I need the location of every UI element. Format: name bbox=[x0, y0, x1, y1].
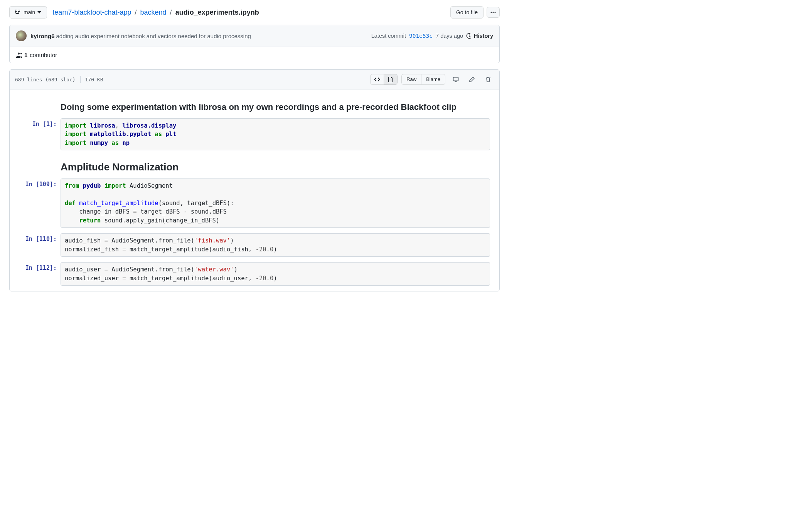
nb-heading: Doing some experimentation with librosa … bbox=[61, 102, 490, 113]
trash-icon bbox=[485, 76, 491, 82]
commit-message[interactable]: adding audio experiment notebook and vec… bbox=[56, 33, 251, 39]
file-info: 689 lines (689 sloc) 170 KB bbox=[15, 76, 103, 83]
commit-author[interactable]: kyirong6 bbox=[30, 33, 55, 39]
raw-button[interactable]: Raw bbox=[401, 74, 421, 85]
pencil-icon bbox=[469, 76, 475, 82]
code-icon bbox=[374, 76, 380, 82]
commit-when: 7 days ago bbox=[436, 33, 463, 39]
edit-button[interactable] bbox=[466, 74, 478, 85]
svg-rect-3 bbox=[453, 77, 458, 81]
desktop-icon bbox=[453, 76, 459, 82]
commit-bar: kyirong6 adding audio experiment noteboo… bbox=[10, 25, 499, 47]
branch-select-button[interactable]: main bbox=[9, 6, 47, 19]
contributors-row[interactable]: 1 contributor bbox=[10, 47, 499, 63]
file-lines: 689 lines (689 sloc) bbox=[15, 77, 76, 82]
nb-cell: In [109]: from pydub import AudioSegment… bbox=[19, 178, 490, 228]
people-icon bbox=[16, 52, 22, 58]
nb-prompt: In [1]: bbox=[19, 118, 61, 128]
nb-cell: In [112]: audio_user = AudioSegment.from… bbox=[19, 262, 490, 286]
svg-point-1 bbox=[493, 12, 494, 13]
desktop-open-button[interactable] bbox=[450, 74, 462, 85]
file-size: 170 KB bbox=[85, 77, 103, 82]
contributors-label: contributor bbox=[30, 52, 57, 58]
git-branch-icon bbox=[15, 9, 21, 15]
nb-code: from pydub import AudioSegment def match… bbox=[61, 178, 490, 228]
file-box: 689 lines (689 sloc) 170 KB Raw Blame bbox=[9, 69, 500, 291]
history-link[interactable]: History bbox=[466, 33, 493, 39]
commit-prefix: Latest commit bbox=[371, 33, 406, 39]
commit-box: kyirong6 adding audio experiment noteboo… bbox=[9, 25, 500, 63]
nb-code: audio_user = AudioSegment.from_file('wat… bbox=[61, 262, 490, 286]
avatar[interactable] bbox=[16, 30, 27, 41]
delete-button[interactable] bbox=[482, 74, 494, 85]
source-view-button[interactable] bbox=[370, 74, 384, 85]
kebab-icon bbox=[490, 9, 496, 15]
breadcrumb: team7-blackfoot-chat-app / backend / aud… bbox=[52, 8, 447, 17]
contributors-count: 1 bbox=[24, 52, 27, 58]
nb-prompt: In [110]: bbox=[19, 233, 61, 242]
nb-code: import librosa, librosa.display import m… bbox=[61, 118, 490, 150]
branch-name: main bbox=[24, 8, 35, 16]
svg-point-2 bbox=[495, 12, 496, 13]
notebook-body: Doing some experimentation with librosa … bbox=[10, 89, 499, 286]
file-icon bbox=[388, 76, 394, 82]
breadcrumb-dir[interactable]: backend bbox=[140, 8, 167, 16]
nb-cell: In [110]: audio_fish = AudioSegment.from… bbox=[19, 233, 490, 257]
svg-point-0 bbox=[491, 12, 492, 13]
breadcrumb-repo[interactable]: team7-blackfoot-chat-app bbox=[52, 8, 131, 16]
go-to-file-button[interactable]: Go to file bbox=[450, 6, 484, 19]
commit-sha[interactable]: 901e53c bbox=[409, 33, 433, 39]
history-icon bbox=[466, 33, 472, 39]
nb-prompt: In [112]: bbox=[19, 262, 61, 271]
nb-prompt: In [109]: bbox=[19, 178, 61, 188]
nb-code: audio_fish = AudioSegment.from_file('fis… bbox=[61, 233, 490, 257]
blame-button[interactable]: Blame bbox=[421, 74, 445, 85]
breadcrumb-file: audio_experiments.ipynb bbox=[175, 8, 259, 16]
more-actions-button[interactable] bbox=[487, 7, 500, 18]
nb-heading-2: Amplitude Normalization bbox=[61, 161, 490, 173]
nb-cell: In [1]: import librosa, librosa.display … bbox=[19, 118, 490, 150]
rendered-view-button[interactable] bbox=[384, 74, 398, 85]
caret-down-icon bbox=[37, 11, 41, 13]
